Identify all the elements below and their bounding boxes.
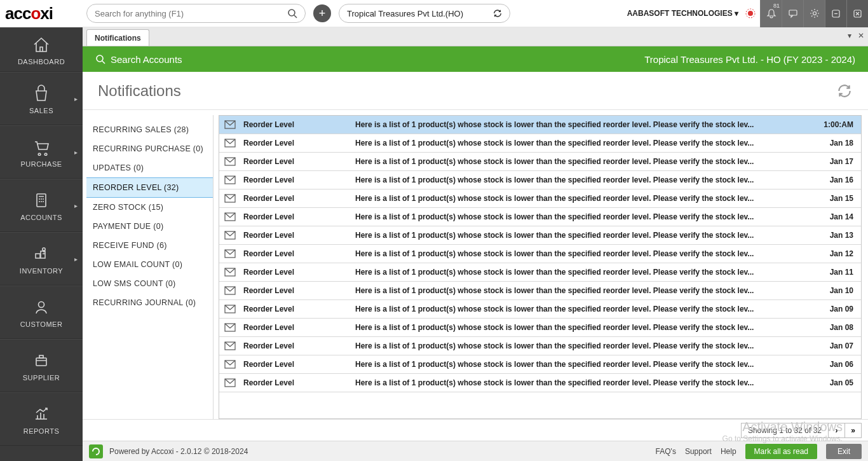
nav-inventory[interactable]: INVENTORY▸ <box>0 232 83 286</box>
svg-rect-11 <box>37 194 46 207</box>
svg-rect-24 <box>39 355 43 358</box>
notification-row[interactable]: Reorder LevelHere is a list of 1 product… <box>219 337 861 355</box>
nav-label: SALES <box>29 107 53 114</box>
tab-notifications[interactable]: Notifications <box>86 29 149 46</box>
notif-message: Here is a list of 1 product(s) whose sto… <box>355 231 817 240</box>
notification-row[interactable]: Reorder LevelHere is a list of 1 product… <box>219 282 861 300</box>
search-icon[interactable] <box>287 8 297 18</box>
search-input[interactable] <box>95 9 287 18</box>
company-selector[interactable]: Tropical Treasures Pvt Ltd.(HO) <box>339 4 510 23</box>
faq-link[interactable]: FAQ's <box>656 447 676 456</box>
notification-row[interactable]: Reorder LevelHere is a list of 1 product… <box>219 189 861 208</box>
refresh-icon[interactable] <box>836 83 853 99</box>
nav-label: CUSTOMER <box>20 320 63 328</box>
org-dropdown[interactable]: AABASOFT TECHNOLOGIES ▾ <box>627 9 738 18</box>
svg-rect-23 <box>36 358 46 366</box>
notif-date: Jan 10 <box>817 286 861 295</box>
nav-label: PURCHASE <box>20 160 62 168</box>
purchase-icon <box>32 136 51 158</box>
category-item[interactable]: LOW SMS COUNT (0) <box>86 274 213 293</box>
exit-button[interactable]: Exit <box>826 444 862 459</box>
notification-row[interactable]: Reorder LevelHere is a list of 1 product… <box>219 116 861 134</box>
envelope-icon <box>219 268 241 277</box>
notification-row[interactable]: Reorder LevelHere is a list of 1 product… <box>219 208 861 226</box>
support-link[interactable]: Support <box>685 447 712 456</box>
envelope-icon <box>219 212 241 221</box>
category-item[interactable]: PAYMENT DUE (0) <box>86 217 213 236</box>
notification-row[interactable]: Reorder LevelHere is a list of 1 product… <box>219 300 861 319</box>
nav-supplier[interactable]: SUPPLIER <box>0 339 83 392</box>
chat-icon[interactable] <box>782 0 803 27</box>
svg-point-30 <box>97 55 103 62</box>
notifications-icon[interactable]: 81 <box>760 0 782 27</box>
notif-date: Jan 08 <box>817 323 861 332</box>
notif-message: Here is a list of 1 product(s) whose sto… <box>355 268 817 277</box>
category-item[interactable]: ZERO STOCK (15) <box>86 198 213 217</box>
notif-message: Here is a list of 1 product(s) whose sto… <box>355 139 817 148</box>
chevron-right-icon: ▸ <box>74 202 78 209</box>
notification-row[interactable]: Reorder LevelHere is a list of 1 product… <box>219 153 861 171</box>
category-item[interactable]: UPDATES (0) <box>86 158 213 177</box>
global-search[interactable] <box>86 4 306 23</box>
category-item[interactable]: RECURRING JOURNAL (0) <box>86 293 213 312</box>
category-item[interactable]: RECURRING SALES (28) <box>86 120 213 139</box>
notification-row[interactable]: Reorder LevelHere is a list of 1 product… <box>219 374 861 392</box>
nav-label: INVENTORY <box>20 267 63 275</box>
nav-sales[interactable]: SALES▸ <box>0 72 83 125</box>
category-item[interactable]: REORDER LEVEL (32) <box>86 177 213 198</box>
supplier-icon <box>32 350 51 371</box>
notif-message: Here is a list of 1 product(s) whose sto… <box>355 341 817 350</box>
notification-row[interactable]: Reorder LevelHere is a list of 1 product… <box>219 134 861 153</box>
pager-last-icon[interactable]: » <box>844 423 861 438</box>
svg-rect-20 <box>41 251 45 258</box>
mark-all-read-button[interactable]: Mark all as read <box>745 444 817 459</box>
settings-icon[interactable] <box>803 0 825 27</box>
nav-customer[interactable]: CUSTOMER <box>0 286 83 339</box>
notif-date: Jan 12 <box>817 249 861 258</box>
notif-title: Reorder Level <box>241 175 355 184</box>
notification-row[interactable]: Reorder LevelHere is a list of 1 product… <box>219 263 861 282</box>
notification-row[interactable]: Reorder LevelHere is a list of 1 product… <box>219 245 861 263</box>
close-button[interactable] <box>846 0 868 27</box>
tab-dropdown-icon[interactable]: ▾ <box>848 31 851 40</box>
envelope-icon <box>219 360 241 369</box>
notif-title: Reorder Level <box>241 378 355 387</box>
category-item[interactable]: RECEIVE FUND (6) <box>86 236 213 255</box>
envelope-icon <box>219 175 241 184</box>
notification-row[interactable]: Reorder LevelHere is a list of 1 product… <box>219 226 861 245</box>
svg-line-1 <box>294 15 297 18</box>
footer-text: Powered by Accoxi - 2.0.12 © 2018-2024 <box>109 447 248 456</box>
svg-point-0 <box>288 10 295 16</box>
tab-close-icon[interactable]: ✕ <box>858 31 864 40</box>
svg-rect-19 <box>36 254 40 258</box>
nav-accounts[interactable]: ACCOUNTS▸ <box>0 179 83 232</box>
category-item[interactable]: LOW EMAIL COUNT (0) <box>86 255 213 274</box>
notif-message: Here is a list of 1 product(s) whose sto… <box>355 360 817 369</box>
notification-row[interactable]: Reorder LevelHere is a list of 1 product… <box>219 171 861 189</box>
pager-next-icon[interactable]: › <box>828 423 844 438</box>
svg-point-3 <box>748 11 753 16</box>
envelope-icon <box>219 157 241 166</box>
notif-title: Reorder Level <box>241 268 355 277</box>
target-icon[interactable] <box>743 6 757 20</box>
category-item[interactable]: RECURRING PURCHASE (0) <box>86 139 213 158</box>
notification-row[interactable]: Reorder LevelHere is a list of 1 product… <box>219 319 861 337</box>
search-accounts[interactable]: Search Accounts <box>95 54 182 65</box>
footer: Powered by Accoxi - 2.0.12 © 2018-2024 F… <box>83 441 868 461</box>
inventory-icon <box>32 243 51 265</box>
nav-reports[interactable]: REPORTS <box>0 392 83 446</box>
notification-row[interactable]: Reorder LevelHere is a list of 1 product… <box>219 355 861 374</box>
category-list: RECURRING SALES (28)RECURRING PURCHASE (… <box>86 115 214 419</box>
nav-purchase[interactable]: PURCHASE▸ <box>0 125 83 179</box>
notif-title: Reorder Level <box>241 212 355 221</box>
envelope-icon <box>219 194 241 203</box>
nav-label: REPORTS <box>24 427 59 435</box>
help-link[interactable]: Help <box>721 447 736 456</box>
minimize-button[interactable] <box>825 0 846 27</box>
nav-dashboard[interactable]: DASHBOARD <box>0 27 83 72</box>
envelope-icon <box>219 139 241 148</box>
accounts-icon <box>32 189 51 211</box>
notif-title: Reorder Level <box>241 323 355 332</box>
sync-icon[interactable] <box>493 9 502 18</box>
add-button[interactable]: + <box>313 4 331 22</box>
